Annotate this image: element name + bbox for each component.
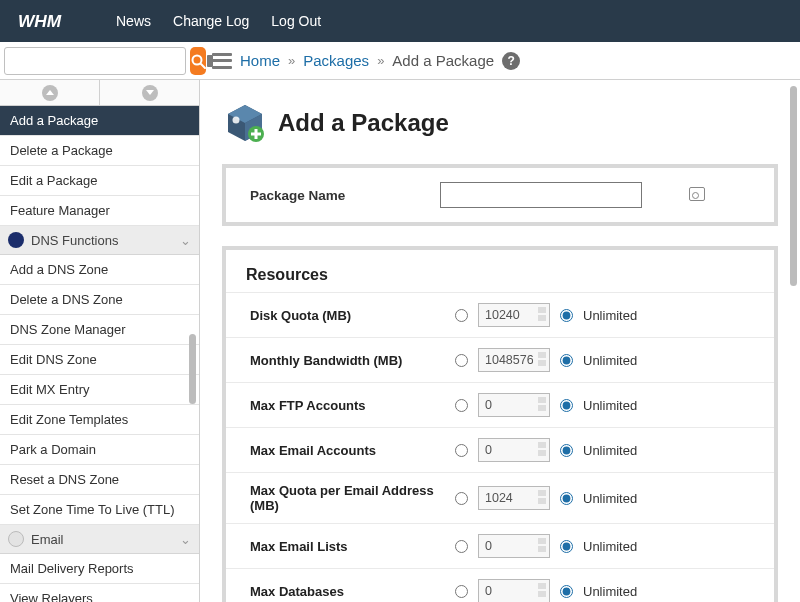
sidebar-scrollbar-thumb[interactable] [189, 334, 196, 404]
sidebar-item[interactable]: Reset a DNS Zone [0, 465, 199, 495]
sidebar-item[interactable]: Set Zone Time To Live (TTL) [0, 495, 199, 525]
package-name-panel: Package Name [222, 164, 778, 226]
sidebar-item[interactable]: Edit DNS Zone [0, 345, 199, 375]
resource-label: Monthly Bandwidth (MB) [250, 353, 455, 368]
sidebar-collapse-controls [0, 80, 199, 106]
sidebar-item[interactable]: Mail Delivery Reports [0, 554, 199, 584]
sidebar-group-email[interactable]: Email ⌄ [0, 525, 199, 554]
resource-radio-limited[interactable] [455, 540, 468, 553]
topbar: WHM News Change Log Log Out [0, 0, 800, 42]
resource-radio-unlimited[interactable] [560, 540, 573, 553]
sidebar-item[interactable]: Park a Domain [0, 435, 199, 465]
resource-label: Max Quota per Email Address (MB) [250, 483, 455, 513]
unlimited-label: Unlimited [583, 353, 637, 368]
subheader: Home » Packages » Add a Package ? [0, 42, 800, 80]
breadcrumb-packages[interactable]: Packages [303, 52, 369, 69]
package-name-label: Package Name [250, 188, 440, 203]
svg-text:WHM: WHM [18, 11, 62, 31]
sidebar-toggle-icon[interactable] [212, 53, 232, 69]
resource-label: Max Email Lists [250, 539, 455, 554]
resource-radio-unlimited[interactable] [560, 585, 573, 598]
resource-value-input[interactable] [478, 486, 550, 510]
nav-news[interactable]: News [116, 13, 151, 29]
sidebar-item[interactable]: Edit MX Entry [0, 375, 199, 405]
resource-radio-unlimited[interactable] [560, 492, 573, 505]
resource-value-input[interactable] [478, 303, 550, 327]
package-name-input[interactable] [440, 182, 642, 208]
help-icon[interactable]: ? [502, 52, 520, 70]
sidebar-item[interactable]: Feature Manager [0, 196, 199, 226]
sidebar-group-dns[interactable]: DNS Functions ⌄ [0, 226, 199, 255]
resource-radio-unlimited[interactable] [560, 444, 573, 457]
resource-row: Max Email AccountsUnlimited [226, 427, 774, 472]
page-header: Add a Package [200, 80, 800, 160]
chevron-down-icon [142, 85, 158, 101]
chevron-down-icon: ⌄ [180, 532, 191, 547]
svg-point-9 [233, 117, 240, 124]
resources-panel: Resources Disk Quota (MB)UnlimitedMonthl… [222, 246, 778, 602]
sidebar-item[interactable]: Edit Zone Templates [0, 405, 199, 435]
breadcrumb-sep: » [288, 53, 295, 68]
sidebar-item[interactable]: Edit a Package [0, 166, 199, 196]
nav-changelog[interactable]: Change Log [173, 13, 249, 29]
resource-radio-limited[interactable] [455, 585, 468, 598]
svg-rect-8 [251, 133, 261, 136]
unlimited-label: Unlimited [583, 491, 637, 506]
resource-label: Disk Quota (MB) [250, 308, 455, 323]
page-title: Add a Package [278, 109, 449, 137]
nav-logout[interactable]: Log Out [271, 13, 321, 29]
resource-radio-unlimited[interactable] [560, 354, 573, 367]
breadcrumb-home[interactable]: Home [240, 52, 280, 69]
sidebar-collapse-up[interactable] [0, 80, 100, 105]
package-icon [224, 102, 266, 144]
breadcrumb-sep: » [377, 53, 384, 68]
sidebar-item[interactable]: Delete a Package [0, 136, 199, 166]
resource-value-input[interactable] [478, 438, 550, 462]
unlimited-label: Unlimited [583, 539, 637, 554]
search-input[interactable] [4, 47, 186, 75]
resource-value-input[interactable] [478, 348, 550, 372]
contact-card-icon [689, 187, 705, 201]
resource-value-input[interactable] [478, 579, 550, 602]
resource-radio-limited[interactable] [455, 399, 468, 412]
sidebar-item[interactable]: Delete a DNS Zone [0, 285, 199, 315]
content: Add a Package Package Name Resources Dis… [200, 80, 800, 602]
breadcrumb-current: Add a Package [392, 52, 494, 69]
resource-row: Max Email ListsUnlimited [226, 523, 774, 568]
resource-row: Monthly Bandwidth (MB)Unlimited [226, 337, 774, 382]
resource-radio-limited[interactable] [455, 444, 468, 457]
sidebar-group-label: Email [31, 532, 64, 547]
sidebar-collapse-down[interactable] [100, 80, 199, 105]
resources-heading: Resources [226, 256, 774, 292]
unlimited-label: Unlimited [583, 584, 637, 599]
sidebar-item[interactable]: Add a DNS Zone [0, 255, 199, 285]
resource-radio-unlimited[interactable] [560, 309, 573, 322]
dns-icon [8, 232, 24, 248]
resource-label: Max FTP Accounts [250, 398, 455, 413]
top-links: News Change Log Log Out [116, 13, 321, 29]
whm-logo[interactable]: WHM [18, 10, 92, 32]
unlimited-label: Unlimited [583, 308, 637, 323]
resource-row: Max Quota per Email Address (MB)Unlimite… [226, 472, 774, 523]
unlimited-label: Unlimited [583, 443, 637, 458]
sidebar: Add a PackageDelete a PackageEdit a Pack… [0, 80, 200, 602]
sidebar-item[interactable]: DNS Zone Manager [0, 315, 199, 345]
resource-radio-limited[interactable] [455, 309, 468, 322]
resource-value-input[interactable] [478, 534, 550, 558]
resource-label: Max Databases [250, 584, 455, 599]
content-scrollbar-thumb[interactable] [790, 86, 797, 286]
sidebar-item[interactable]: Add a Package [0, 106, 199, 136]
resource-value-input[interactable] [478, 393, 550, 417]
resource-radio-unlimited[interactable] [560, 399, 573, 412]
chevron-up-icon [42, 85, 58, 101]
chevron-down-icon: ⌄ [180, 233, 191, 248]
resource-row: Max DatabasesUnlimited [226, 568, 774, 602]
resource-row: Max FTP AccountsUnlimited [226, 382, 774, 427]
unlimited-label: Unlimited [583, 398, 637, 413]
resource-label: Max Email Accounts [250, 443, 455, 458]
email-icon [8, 531, 24, 547]
breadcrumb: Home » Packages » Add a Package ? [200, 52, 520, 70]
sidebar-item[interactable]: View Relayers [0, 584, 199, 602]
resource-radio-limited[interactable] [455, 492, 468, 505]
resource-radio-limited[interactable] [455, 354, 468, 367]
